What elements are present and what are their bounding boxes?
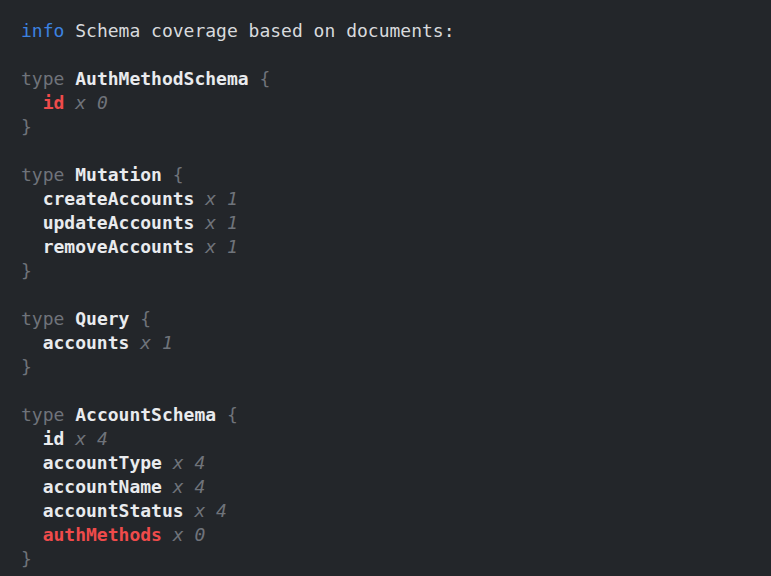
field-name: id <box>43 428 65 449</box>
field-usage: x 1 <box>205 212 238 233</box>
field-line: createAccounts x 1 <box>21 187 763 211</box>
field-line: id x 4 <box>21 427 763 451</box>
type-block: type Query { accounts x 1} <box>21 307 763 379</box>
type-name: AuthMethodSchema <box>75 68 248 89</box>
open-brace: { <box>173 164 184 185</box>
type-open-line: type AuthMethodSchema { <box>21 67 763 91</box>
field-name: accountName <box>43 476 162 497</box>
type-keyword: type <box>21 308 64 329</box>
type-close-line: } <box>21 259 763 283</box>
open-brace: { <box>227 404 238 425</box>
type-open-line: type AccountSchema { <box>21 403 763 427</box>
field-usage: x 1 <box>205 188 238 209</box>
open-brace: { <box>140 308 151 329</box>
type-block: type AccountSchema { id x 4 accountType … <box>21 403 763 571</box>
field-usage: x 0 <box>75 92 108 113</box>
field-usage: x 0 <box>173 524 206 545</box>
type-close-line: } <box>21 355 763 379</box>
type-keyword: type <box>21 404 64 425</box>
type-block: type Mutation { createAccounts x 1 updat… <box>21 163 763 283</box>
field-line: id x 0 <box>21 91 763 115</box>
type-open-line: type Mutation { <box>21 163 763 187</box>
type-open-line: type Query { <box>21 307 763 331</box>
type-keyword: type <box>21 164 64 185</box>
type-blocks: type AuthMethodSchema { id x 0}type Muta… <box>21 67 763 571</box>
info-label: info <box>21 20 64 41</box>
close-brace: } <box>21 356 32 377</box>
field-usage: x 4 <box>194 500 227 521</box>
field-name: removeAccounts <box>43 236 195 257</box>
type-close-line: } <box>21 115 763 139</box>
field-usage: x 4 <box>173 476 206 497</box>
type-name: Mutation <box>75 164 162 185</box>
field-usage: x 4 <box>75 428 108 449</box>
field-name: createAccounts <box>43 188 195 209</box>
type-name: Query <box>75 308 129 329</box>
field-name: accountType <box>43 452 162 473</box>
close-brace: } <box>21 260 32 281</box>
field-line: accounts x 1 <box>21 331 763 355</box>
field-name: authMethods <box>43 524 162 545</box>
info-line: info Schema coverage based on documents: <box>21 19 763 43</box>
type-keyword: type <box>21 68 64 89</box>
terminal-output: info Schema coverage based on documents:… <box>0 0 771 571</box>
field-line: removeAccounts x 1 <box>21 235 763 259</box>
field-line: updateAccounts x 1 <box>21 211 763 235</box>
field-line: accountStatus x 4 <box>21 499 763 523</box>
info-message: Schema coverage based on documents: <box>75 20 454 41</box>
field-name: id <box>43 92 65 113</box>
field-name: accountStatus <box>43 500 184 521</box>
field-name: accounts <box>43 332 130 353</box>
type-block: type AuthMethodSchema { id x 0} <box>21 67 763 139</box>
close-brace: } <box>21 116 32 137</box>
field-name: updateAccounts <box>43 212 195 233</box>
type-close-line: } <box>21 547 763 571</box>
field-line: accountName x 4 <box>21 475 763 499</box>
field-usage: x 4 <box>173 452 206 473</box>
field-usage: x 1 <box>140 332 173 353</box>
open-brace: { <box>259 68 270 89</box>
field-line: authMethods x 0 <box>21 523 763 547</box>
type-name: AccountSchema <box>75 404 216 425</box>
field-usage: x 1 <box>205 236 238 257</box>
close-brace: } <box>21 548 32 569</box>
field-line: accountType x 4 <box>21 451 763 475</box>
